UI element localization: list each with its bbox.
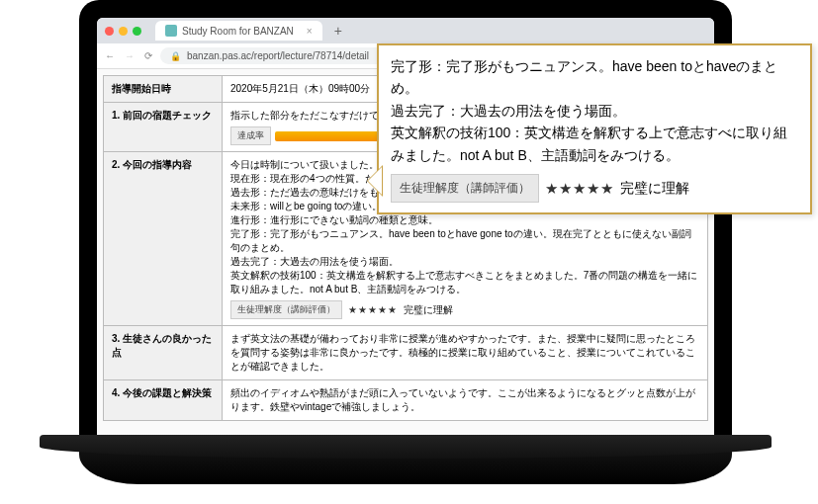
back-icon[interactable]: ← [105, 50, 115, 61]
laptop-base [79, 435, 732, 484]
callout-text: 完了形：完了形がもつニュアンス。have been toとhaveのまとめ。 過… [391, 55, 798, 166]
minimize-icon[interactable] [119, 27, 128, 36]
url-text: banzan.pas.ac/report/lecture/78714/detai… [187, 50, 369, 61]
row-value: 頻出のイディオムや熟語がまだ頭に入っていないようです。ここが出来るようになるとグ… [223, 380, 708, 421]
row-value: まず英文法の基礎が備わっており非常に授業が進めやすかったです。また、授業中に疑問… [223, 326, 708, 380]
star-icon: ★★★★★ [348, 304, 398, 315]
row-label: 4. 今後の課題と解決策 [104, 380, 223, 421]
forward-icon[interactable]: → [125, 50, 135, 61]
rating-row: 生徒理解度（講師評価） ★★★★★ 完璧に理解 [230, 300, 699, 319]
row-label: 3. 生徒さんの良かった点 [104, 326, 223, 380]
table-row: 3. 生徒さんの良かった点 まず英文法の基礎が備わっており非常に授業が進めやすか… [104, 326, 708, 380]
rating-label: 生徒理解度（講師評価） [391, 174, 539, 203]
rating-text: 完璧に理解 [620, 177, 689, 199]
lock-icon: 🔒 [170, 51, 181, 61]
close-icon[interactable] [105, 27, 114, 36]
callout-tail-icon [351, 165, 383, 197]
tab-close-icon[interactable]: × [307, 26, 313, 37]
browser-tab-bar: Study Room for BANZAN × + [97, 18, 714, 43]
tab-title: Study Room for BANZAN [182, 26, 294, 37]
window-controls [105, 27, 141, 36]
reload-icon[interactable]: ⟳ [144, 50, 152, 61]
star-icon: ★★★★★ [545, 177, 614, 201]
achievement-label: 達成率 [230, 126, 271, 145]
achievement-bar [275, 131, 394, 141]
rating-label: 生徒理解度（講師評価） [230, 300, 342, 319]
maximize-icon[interactable] [133, 27, 141, 36]
rating-row: 生徒理解度（講師評価） ★★★★★ 完璧に理解 [391, 174, 798, 203]
favicon-icon [165, 25, 177, 37]
row-label: 2. 今回の指導内容 [104, 152, 223, 326]
new-tab-button[interactable]: + [328, 23, 348, 39]
rating-text: 完璧に理解 [404, 303, 453, 317]
browser-tab[interactable]: Study Room for BANZAN × [155, 21, 322, 41]
callout-bubble: 完了形：完了形がもつニュアンス。have been toとhaveのまとめ。 過… [377, 43, 812, 214]
row-label: 1. 前回の宿題チェック [104, 103, 223, 152]
row-label: 指導開始日時 [104, 76, 223, 103]
table-row: 4. 今後の課題と解決策 頻出のイディオムや熟語がまだ頭に入っていないようです。… [104, 380, 708, 421]
